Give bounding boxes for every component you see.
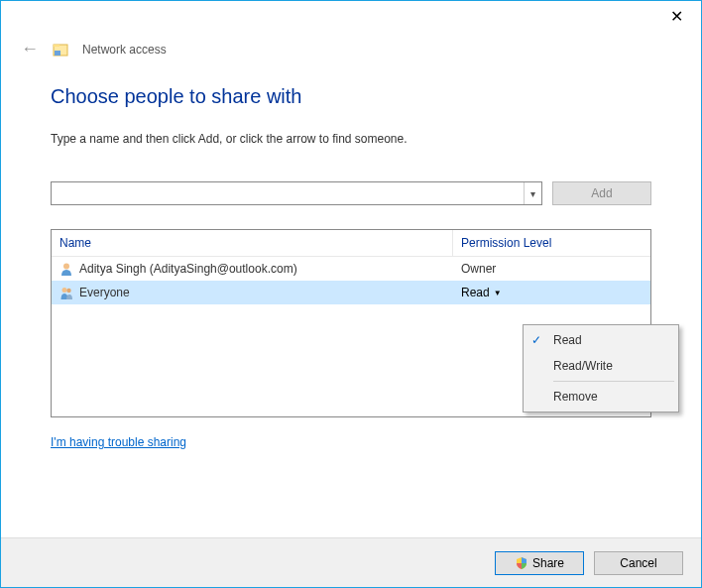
user-icon <box>59 262 73 276</box>
column-header-permission[interactable]: Permission Level <box>453 230 650 256</box>
permission-dropdown[interactable]: Read ▼ <box>453 286 650 299</box>
group-icon <box>59 286 73 299</box>
svg-point-5 <box>66 289 70 293</box>
row-permission: Owner <box>461 262 496 276</box>
name-input[interactable] <box>52 182 524 204</box>
svg-point-3 <box>63 264 69 270</box>
row-name: Aditya Singh (AdityaSingh@outlook.com) <box>79 262 297 276</box>
back-arrow-icon[interactable]: ← <box>21 39 39 59</box>
breadcrumb: ← Network access <box>1 31 701 67</box>
column-header-name[interactable]: Name <box>52 230 453 256</box>
name-combobox[interactable]: ▾ <box>51 181 542 205</box>
permission-context-menu: ✓ Read Read/Write Remove <box>523 324 679 412</box>
menu-item-read[interactable]: ✓ Read <box>526 327 676 353</box>
cancel-button[interactable]: Cancel <box>594 551 683 575</box>
svg-rect-1 <box>54 45 59 47</box>
menu-item-remove[interactable]: Remove <box>526 384 676 410</box>
row-permission: Read <box>461 286 490 299</box>
button-label: Share <box>532 556 564 570</box>
main-heading: Choose people to share with <box>51 85 651 108</box>
menu-separator <box>553 381 674 382</box>
caret-down-icon: ▼ <box>494 289 502 297</box>
instruction-text: Type a name and then click Add, or click… <box>51 132 651 146</box>
chevron-down-icon[interactable]: ▾ <box>524 182 541 204</box>
add-button[interactable]: Add <box>552 181 651 205</box>
menu-item-readwrite[interactable]: Read/Write <box>526 353 676 379</box>
share-button[interactable]: Share <box>495 551 584 575</box>
row-name: Everyone <box>79 286 130 299</box>
network-folder-icon <box>53 42 68 58</box>
table-row[interactable]: Aditya Singh (AdityaSingh@outlook.com) O… <box>52 257 650 281</box>
svg-point-4 <box>62 288 67 293</box>
button-bar: Share Cancel <box>1 537 701 587</box>
trouble-sharing-link[interactable]: I'm having trouble sharing <box>51 435 186 449</box>
page-title: Network access <box>82 43 167 57</box>
table-row[interactable]: Everyone Read ▼ <box>52 281 650 304</box>
menu-item-label: Remove <box>553 390 598 404</box>
shield-icon <box>515 556 528 570</box>
menu-item-label: Read <box>553 333 582 347</box>
menu-item-label: Read/Write <box>553 359 613 373</box>
check-icon: ✓ <box>531 333 541 347</box>
svg-rect-2 <box>55 51 60 56</box>
close-button[interactable]: ✕ <box>662 3 691 30</box>
